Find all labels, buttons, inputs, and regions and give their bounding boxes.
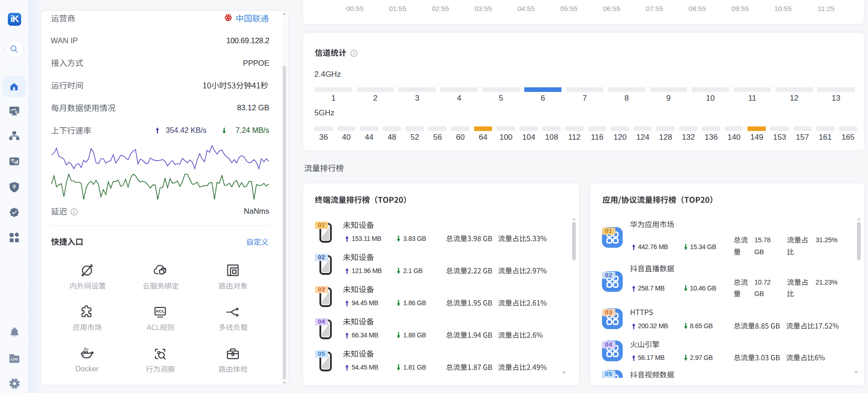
svg-text:ACL: ACL [156, 308, 165, 313]
